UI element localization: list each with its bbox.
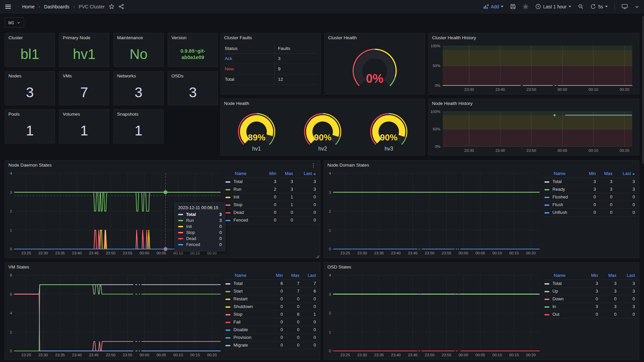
vm-states-chart[interactable]: 0246823:2523:3023:3523:4023:4523:5023:55… [6, 272, 224, 358]
panel-title[interactable]: Primary Node [59, 33, 109, 43]
panel-title[interactable]: Nodes [5, 71, 55, 81]
panel-menu-kebab-icon[interactable]: ⋮ [309, 162, 318, 169]
legend-column-min[interactable]: Min [583, 170, 598, 178]
legend-column-min[interactable]: Min [584, 272, 600, 280]
navbar-collapse-button[interactable] [635, 4, 639, 9]
legend-series-name[interactable]: In [544, 303, 584, 311]
legend-series-name[interactable]: Init [225, 193, 263, 201]
breadcrumb-dashboards[interactable]: Dashboards [44, 4, 69, 9]
legend-column-last[interactable]: Last [619, 272, 637, 280]
svg-text:23:25: 23:25 [21, 353, 31, 357]
legend-series-name[interactable]: Stop [225, 201, 263, 209]
breadcrumb-home[interactable]: Home [22, 4, 35, 9]
panel-title[interactable]: Cluster Health [325, 33, 425, 43]
legend-series-name[interactable]: Run [225, 186, 263, 193]
legend-column-last[interactable]: Last [302, 272, 318, 280]
favorite-star-icon[interactable] [109, 4, 114, 9]
cluster-health-gauge: 0% [325, 43, 425, 93]
legend-column-name[interactable]: Name [544, 170, 583, 178]
legend-series-name[interactable]: Restart [225, 295, 270, 303]
panel-title[interactable]: OSD States [324, 262, 639, 272]
panel-title[interactable]: Networks [114, 71, 163, 81]
panel-title[interactable]: Node Health [221, 99, 425, 108]
legend-series-name[interactable]: Ready [544, 186, 583, 193]
legend-series-name[interactable]: Disable [225, 326, 270, 334]
svg-text:23:50: 23:50 [425, 353, 434, 357]
legend-column-max[interactable]: Max [600, 272, 619, 280]
time-range-picker[interactable]: Last 1 hour [535, 4, 571, 9]
legend-series-name[interactable]: Provision [225, 334, 270, 342]
page-scrollbar[interactable] [642, 16, 644, 164]
legend-series-name[interactable]: Fail [225, 318, 270, 326]
panel-title[interactable]: VMs [59, 71, 109, 81]
variable-dropdown-cluster[interactable]: bl1 [5, 17, 24, 27]
legend-value: 0 [614, 209, 637, 217]
legend-column-last[interactable]: Last [295, 170, 318, 178]
legend-series-name[interactable]: Flushed [544, 193, 583, 201]
refresh-button[interactable]: 5s [590, 4, 608, 9]
legend-series-name[interactable]: Total [544, 178, 583, 186]
zoom-out-time-button[interactable] [578, 4, 584, 9]
node-domain-states-chart[interactable]: 0123423:2523:3023:3523:4023:4523:5023:55… [325, 170, 543, 256]
add-panel-button[interactable]: Add [483, 4, 503, 9]
stat-value: 3 [5, 81, 55, 104]
panel-title[interactable]: Node Domain States [324, 161, 639, 170]
legend-column-min[interactable]: Min [263, 170, 278, 178]
chevron-down-icon [569, 6, 571, 7]
legend-series-name[interactable]: Shutdown [225, 303, 270, 311]
panel-title[interactable]: Cluster Health History [429, 33, 639, 43]
panel-title[interactable]: Maintenance [114, 33, 163, 43]
panel-osd-states: OSD States 0123423:2523:3023:3523:4023:4… [324, 262, 639, 360]
legend-series-name[interactable]: Total [544, 280, 584, 288]
panel-title[interactable]: OSDs [168, 71, 218, 81]
legend-series-name[interactable]: Stop [225, 311, 270, 318]
save-dashboard-button[interactable] [510, 4, 516, 9]
legend-series-name[interactable]: Start [225, 288, 270, 295]
legend-value: 0 [302, 342, 318, 349]
legend-column-last[interactable]: Last [614, 170, 637, 178]
panel-title[interactable]: Volumes [59, 110, 109, 119]
cluster-health-history-chart[interactable]: 0%50%100%23:3023:4023:5000:0000:1000:20 [429, 43, 636, 93]
share-icon[interactable] [118, 4, 124, 9]
panel-title[interactable]: Snapshots [114, 110, 163, 119]
column-header-faults[interactable]: Faults [274, 44, 317, 54]
series-color-swatch [178, 238, 183, 239]
svg-text:23:35: 23:35 [55, 251, 65, 255]
kiosk-mode-button[interactable] [622, 4, 628, 9]
panel-title[interactable]: Node Health History [429, 99, 639, 108]
legend-row: In333 [544, 303, 637, 311]
legend-series-name[interactable]: Migrate [225, 342, 270, 349]
legend-column-name[interactable]: Name [544, 272, 584, 280]
osd-states-chart[interactable]: 0123423:2523:3023:3523:4023:4523:5023:55… [325, 272, 543, 358]
legend-column-max[interactable]: Max [598, 170, 614, 178]
menu-toggle-icon[interactable] [5, 3, 11, 10]
legend-series-name[interactable]: Total [225, 280, 270, 288]
svg-text:90%: 90% [380, 132, 397, 142]
legend-value: 0 [302, 326, 318, 334]
legend-column-max[interactable]: Max [278, 170, 295, 178]
panel-title[interactable]: VM States [5, 262, 320, 272]
legend-series-name[interactable]: Up [544, 288, 584, 295]
legend-series-name[interactable]: Flush [544, 201, 583, 209]
legend-column-max[interactable]: Max [285, 272, 302, 280]
legend-column-min[interactable]: Min [270, 272, 285, 280]
legend-series-name[interactable]: Unflush [544, 209, 583, 217]
node-health-history-chart[interactable]: 0%50%100%23:3023:4023:5000:0000:1000:20 [429, 108, 636, 154]
legend-column-name[interactable]: Name [225, 272, 270, 280]
legend-series-name[interactable]: Down [544, 295, 584, 303]
panel-title[interactable]: Cluster Faults [221, 33, 321, 43]
legend-value: 0 [295, 193, 318, 201]
panel-title[interactable]: Pools [5, 110, 55, 119]
legend-series-name[interactable]: Dead [225, 209, 263, 217]
legend-series-name[interactable]: Fenced [225, 217, 263, 224]
legend-series-name[interactable]: Total [225, 178, 263, 186]
panel-resize-handle[interactable] [316, 254, 319, 257]
dashboard-settings-button[interactable] [523, 4, 529, 10]
legend-series-name[interactable]: Out [544, 311, 584, 318]
column-header-status[interactable]: Status [224, 44, 274, 54]
legend-column-name[interactable]: Name [225, 170, 263, 178]
panel-title[interactable]: Cluster [5, 33, 55, 43]
stat-value: 7 [59, 81, 109, 104]
panel-title[interactable]: Version [168, 33, 218, 43]
panel-title[interactable]: Node Daemon States [5, 161, 320, 170]
